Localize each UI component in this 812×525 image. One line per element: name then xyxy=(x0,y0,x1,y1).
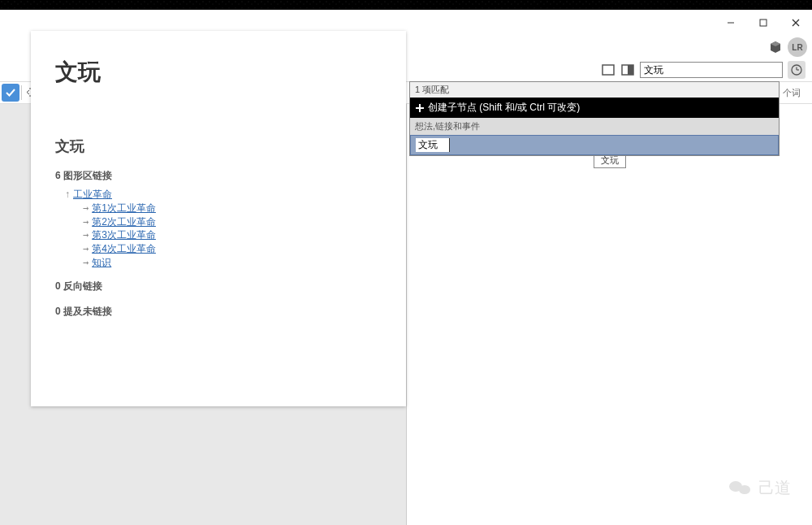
dropdown-create-label: 创建子节点 (Shift 和/或 Ctrl 可改变) xyxy=(428,101,580,115)
dropdown-create-child[interactable]: 创建子节点 (Shift 和/或 Ctrl 可改变) xyxy=(410,98,779,118)
watermark: 己道 xyxy=(729,477,791,499)
child-link[interactable]: 第3次工业革命 xyxy=(92,229,156,241)
dropdown-result-text: 文玩 xyxy=(416,138,450,152)
child-link[interactable]: 第2次工业革命 xyxy=(92,216,156,228)
document-title: 文玩 xyxy=(55,57,382,88)
view-split-pane-icon[interactable] xyxy=(620,63,635,77)
svg-rect-8 xyxy=(628,65,633,75)
arrow-icon: → xyxy=(83,243,89,254)
dropdown-result-item[interactable]: 文玩 xyxy=(410,135,779,155)
section-mentions-heading: 0 提及未链接 xyxy=(55,305,382,319)
parent-link[interactable]: 工业革命 xyxy=(73,189,112,200)
document-subtitle: 文玩 xyxy=(55,137,382,156)
arrow-icon: → xyxy=(83,202,89,214)
svg-rect-6 xyxy=(603,65,614,75)
document-page: 文玩 文玩 6 图形区链接 ↑工业革命 →第1次工业革命 →第2次工业革命 →第… xyxy=(31,31,406,406)
dropdown-match-count: 1 项匹配 xyxy=(410,82,779,98)
watermark-text: 己道 xyxy=(758,477,791,499)
svg-rect-1 xyxy=(760,20,767,26)
arrow-icon: → xyxy=(83,216,89,228)
arrow-icon: → xyxy=(83,257,89,268)
close-button[interactable] xyxy=(780,10,812,36)
side-count-label: 个词 xyxy=(778,87,806,99)
history-clock-button[interactable] xyxy=(788,61,806,79)
wechat-icon xyxy=(729,479,752,498)
extension-icon[interactable] xyxy=(767,38,784,56)
right-graph-pane: 文玩 xyxy=(406,104,812,525)
view-single-pane-icon[interactable] xyxy=(601,63,615,77)
child-link[interactable]: 第1次工业革命 xyxy=(92,202,156,214)
checkbox-tool-icon[interactable] xyxy=(2,84,19,102)
search-input[interactable] xyxy=(640,62,783,78)
up-arrow-icon: ↑ xyxy=(65,189,70,200)
arrow-icon: → xyxy=(83,229,89,241)
child-link[interactable]: 知识 xyxy=(92,257,111,268)
section-backlinks-heading: 0 反向链接 xyxy=(55,280,382,293)
minimize-button[interactable] xyxy=(715,10,747,36)
user-avatar[interactable]: LR xyxy=(788,37,807,57)
graph-links-list: ↑工业革命 →第1次工业革命 →第2次工业革命 →第3次工业革命 →第4次工业革… xyxy=(55,188,382,270)
search-dropdown: 1 项匹配 创建子节点 (Shift 和/或 Ctrl 可改变) 想法,链接和事… xyxy=(409,81,780,156)
maximize-button[interactable] xyxy=(747,10,780,36)
dropdown-section-label: 想法,链接和事件 xyxy=(410,118,779,135)
decorative-top-strip xyxy=(0,0,812,10)
section-graph-links-heading: 6 图形区链接 xyxy=(55,169,382,183)
child-link[interactable]: 第4次工业革命 xyxy=(92,243,156,254)
